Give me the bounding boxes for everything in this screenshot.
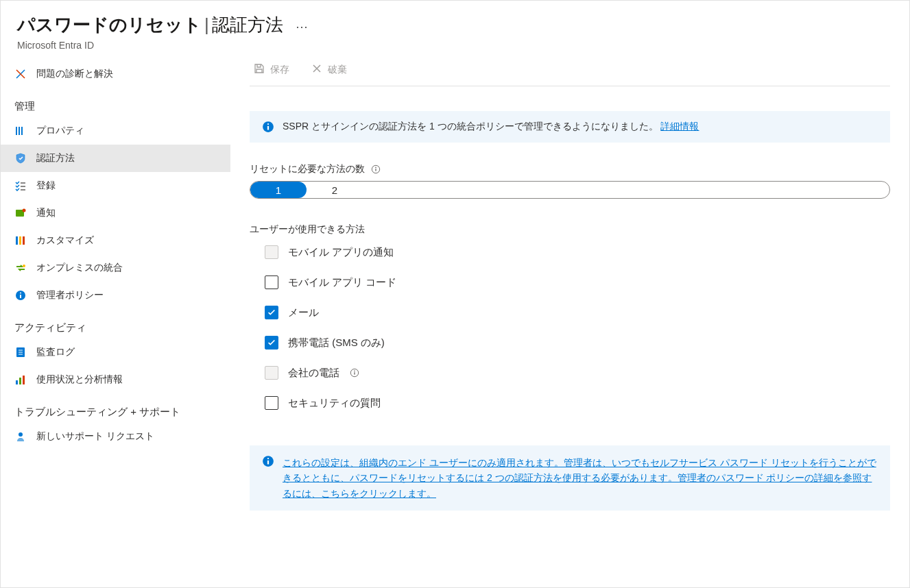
help-icon[interactable] (370, 164, 381, 175)
sidebar-item-new-request[interactable]: 新しいサポート リクエスト (1, 423, 230, 450)
properties-icon (14, 125, 27, 137)
methods-required-option-2[interactable]: 2 (307, 182, 363, 198)
svg-rect-2 (21, 127, 23, 135)
svg-point-30 (354, 371, 355, 372)
sidebar-item-label: オンプレミスの統合 (36, 262, 123, 274)
svg-rect-1 (19, 127, 20, 135)
svg-rect-9 (19, 236, 21, 245)
sidebar-item-label: 認証方法 (36, 152, 75, 164)
method-label: メール (288, 306, 319, 319)
checkbox-mobile-app-code[interactable] (265, 275, 278, 289)
sidebar-item-label: 管理者ポリシー (36, 289, 104, 302)
sidebar-item-label: カスタマイズ (36, 234, 94, 247)
sidebar-item-label: 使用状況と分析情報 (36, 373, 123, 386)
checkbox-mobile-app-notification (265, 245, 278, 259)
page-title: パスワードのリセット|認証方法 (17, 13, 283, 37)
sidebar-item-onprem[interactable]: オンプレミスの統合 (1, 254, 230, 282)
sidebar-item-diagnose[interactable]: 問題の診断と解決 (1, 60, 230, 88)
sidebar-item-label: 問題の診断と解決 (36, 68, 113, 80)
svg-point-13 (20, 293, 21, 294)
notification-icon (14, 207, 27, 219)
methods-required-toggle[interactable]: 1 2 (250, 181, 890, 199)
sync-icon (14, 262, 27, 274)
checkbox-email[interactable] (265, 306, 278, 319)
svg-point-27 (375, 167, 376, 169)
svg-rect-0 (16, 127, 17, 135)
svg-rect-25 (267, 126, 269, 130)
sidebar-item-usage[interactable]: 使用状況と分析情報 (1, 366, 230, 393)
svg-rect-14 (20, 295, 21, 298)
info-banner-unified-policy: SSPR とサインインの認証方法を 1 つの統合ポリシーで管理できるようになりま… (250, 111, 890, 143)
svg-point-7 (23, 209, 26, 212)
save-button[interactable]: 保存 (250, 60, 294, 79)
methods-required-label: リセットに必要な方法の数 (250, 163, 365, 175)
svg-rect-28 (375, 169, 376, 171)
available-methods-label: ユーザーが使用できる方法 (250, 223, 890, 236)
sidebar-item-properties[interactable]: プロパティ (1, 117, 230, 145)
save-label: 保存 (270, 64, 289, 76)
discard-button[interactable]: 破棄 (307, 60, 351, 79)
diagnose-icon (14, 68, 27, 80)
svg-point-22 (19, 432, 23, 437)
svg-rect-19 (16, 380, 18, 384)
sidebar-item-label: 登録 (36, 180, 56, 192)
breadcrumb: Microsoft Entra ID (17, 40, 893, 51)
save-icon (254, 63, 265, 76)
svg-point-24 (267, 123, 269, 125)
sidebar-item-audit-logs[interactable]: 監査ログ (1, 339, 230, 366)
log-icon (14, 346, 27, 358)
sidebar-item-label: プロパティ (36, 125, 84, 137)
sidebar-section-manage: 管理 (1, 88, 230, 117)
checklist-icon (14, 180, 27, 192)
svg-rect-8 (16, 236, 18, 245)
help-icon[interactable] (349, 368, 359, 378)
svg-rect-34 (267, 461, 269, 465)
sidebar-item-registration[interactable]: 登録 (1, 172, 230, 199)
checkbox-security-questions[interactable] (265, 396, 278, 410)
checkbox-office-phone (265, 366, 278, 380)
svg-rect-31 (354, 372, 355, 375)
shield-icon (14, 152, 27, 164)
method-label: セキュリティの質問 (288, 397, 381, 410)
sidebar-section-activity: アクティビティ (1, 309, 230, 339)
svg-point-33 (267, 458, 269, 459)
sidebar-section-troubleshoot: トラブルシューティング + サポート (1, 393, 230, 423)
svg-rect-21 (23, 376, 25, 384)
methods-required-option-1[interactable]: 1 (250, 182, 307, 198)
admin-policy-link[interactable]: これらの設定は、組織内のエンド ユーザーにのみ適用されます。管理者は、いつでもセ… (283, 455, 878, 501)
sidebar-item-label: 監査ログ (36, 346, 75, 358)
info-banner-admin-policy: これらの設定は、組織内のエンド ユーザーにのみ適用されます。管理者は、いつでもセ… (250, 445, 890, 511)
info-icon (14, 289, 27, 302)
chart-icon (14, 373, 27, 386)
method-label: 会社の電話 (288, 367, 339, 380)
method-label: モバイル アプリの通知 (288, 246, 394, 259)
sidebar-item-auth-methods[interactable]: 認証方法 (1, 145, 230, 172)
more-actions-button[interactable]: ⋯ (290, 19, 309, 34)
sidebar-item-customize[interactable]: カスタマイズ (1, 227, 230, 254)
sidebar-item-admin-policy[interactable]: 管理者ポリシー (1, 282, 230, 309)
support-icon (14, 430, 27, 443)
discard-label: 破棄 (328, 64, 347, 76)
info-icon (262, 455, 274, 467)
method-label: モバイル アプリ コード (288, 276, 396, 289)
banner-learn-more-link[interactable]: 詳細情報 (660, 121, 699, 132)
close-icon (311, 63, 322, 76)
sidebar-item-label: 通知 (36, 207, 56, 219)
method-label: 携帯電話 (SMS のみ) (288, 336, 385, 350)
svg-rect-20 (19, 378, 21, 384)
sidebar-item-notifications[interactable]: 通知 (1, 199, 230, 227)
banner-text: SSPR とサインインの認証方法を 1 つの統合ポリシーで管理できるようになりま… (283, 121, 658, 132)
customize-icon (14, 234, 27, 247)
checkbox-mobile-phone[interactable] (265, 336, 278, 350)
svg-point-11 (23, 265, 25, 267)
sidebar-item-label: 新しいサポート リクエスト (36, 430, 154, 443)
info-icon (262, 121, 274, 133)
svg-rect-10 (23, 236, 25, 245)
